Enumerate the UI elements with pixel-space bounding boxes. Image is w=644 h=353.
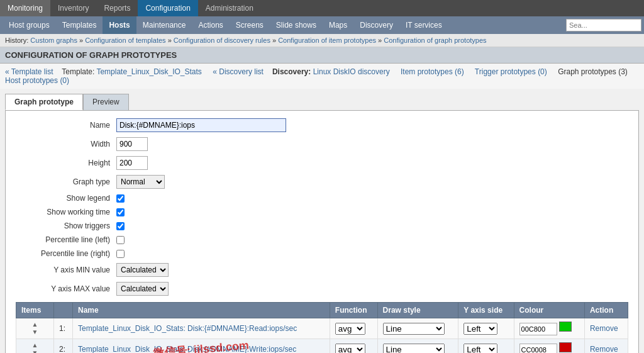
- breadcrumb-config-graphs[interactable]: Configuration of graph prototypes: [384, 36, 486, 44]
- breadcrumb-config-discovery[interactable]: Configuration of discovery rules: [174, 36, 270, 44]
- name-label: Name: [16, 121, 116, 130]
- col-colour: Colour: [514, 303, 584, 318]
- row1-remove-link[interactable]: Remove: [590, 324, 618, 333]
- second-navigation: Host groups Templates Hosts Maintenance …: [0, 16, 644, 34]
- height-input[interactable]: [116, 156, 148, 170]
- nav-inventory[interactable]: Inventory: [50, 0, 96, 16]
- yaxis-min-value: Calculated Fixed Item: [116, 263, 169, 277]
- breadcrumb-config-templates[interactable]: Configuration of templates: [85, 36, 165, 44]
- row2-function: avg min max all last: [330, 339, 377, 354]
- percentile-left-row: Percentile line (left): [16, 235, 628, 244]
- col-move: [54, 303, 73, 318]
- host-prototypes-link[interactable]: Host prototypes (0): [5, 76, 69, 85]
- width-value: [116, 137, 148, 151]
- row1-function: avg min max all last: [330, 318, 377, 339]
- row1-y-axis-select[interactable]: Left Right: [464, 323, 497, 335]
- yaxis-min-row: Y axis MIN value Calculated Fixed Item: [16, 263, 628, 277]
- nav-monitoring[interactable]: Monitoring: [0, 0, 50, 16]
- yaxis-min-select[interactable]: Calculated Fixed Item: [116, 263, 169, 277]
- move-arrows-2: ▲ ▼: [21, 342, 48, 353]
- row1-num: 1:: [54, 318, 73, 339]
- nav-slide-shows[interactable]: Slide shows: [270, 16, 323, 34]
- table-row: ▲ ▼ 1: Template_Linux_Disk_IO_Stats: Dis…: [16, 318, 628, 339]
- nav-maps[interactable]: Maps: [323, 16, 353, 34]
- move-up-btn-2[interactable]: ▲: [32, 342, 38, 349]
- discovery-name-link[interactable]: Linux DiskIO discovery: [313, 67, 390, 76]
- nav-discovery[interactable]: Discovery: [353, 16, 399, 34]
- width-label: Width: [16, 140, 116, 148]
- nav-templates[interactable]: Templates: [56, 16, 103, 34]
- row1-colour-input[interactable]: [519, 323, 557, 335]
- breadcrumb: History: Custom graphs » Configuration o…: [0, 34, 644, 47]
- row2-y-axis: Left Right: [458, 339, 514, 354]
- percentile-right-row: Percentile line (right): [16, 249, 628, 258]
- row2-colour-input[interactable]: [519, 344, 557, 353]
- tab-preview[interactable]: Preview: [83, 94, 129, 110]
- row1-colour-swatch[interactable]: [559, 322, 572, 332]
- percentile-left-label: Percentile line (left): [16, 235, 116, 244]
- search-input[interactable]: [566, 19, 641, 31]
- row2-name-link[interactable]: Template_Linux_Disk_IO_Stats: Disk:{#DMN…: [78, 345, 296, 353]
- width-row: Width: [16, 137, 628, 151]
- show-triggers-checkbox[interactable]: [116, 222, 125, 230]
- nav-hosts[interactable]: Hosts: [103, 16, 136, 34]
- graph-prototypes-text: Graph prototypes (3): [558, 67, 628, 76]
- show-working-time-checkbox[interactable]: [116, 208, 125, 216]
- show-legend-checkbox[interactable]: [116, 194, 125, 203]
- show-triggers-row: Show triggers: [16, 221, 628, 230]
- nav-actions[interactable]: Actions: [192, 16, 229, 34]
- nav-administration[interactable]: Administration: [198, 0, 261, 16]
- links-area: « Template list Template: Template_Linux…: [0, 64, 644, 89]
- row2-draw-style-select[interactable]: Line Filled region Bold line Dot Dashed …: [383, 344, 445, 354]
- graph-type-label: Graph type: [16, 177, 116, 186]
- show-working-time-row: Show working time: [16, 208, 628, 216]
- nav-host-groups[interactable]: Host groups: [3, 16, 56, 34]
- nav-reports[interactable]: Reports: [96, 0, 138, 16]
- name-value: [116, 118, 286, 132]
- width-input[interactable]: [116, 137, 148, 151]
- nav-screens[interactable]: Screens: [230, 16, 270, 34]
- top-navigation: Monitoring Inventory Reports Configurati…: [0, 0, 644, 16]
- row1-name-link[interactable]: Template_Linux_Disk_IO_Stats: Disk:{#DMN…: [78, 324, 297, 333]
- percentile-right-label: Percentile line (right): [16, 249, 116, 258]
- move-down-btn-1[interactable]: ▼: [32, 328, 38, 336]
- row1-draw-style-select[interactable]: Line Filled region Bold line Dot Dashed …: [383, 323, 445, 335]
- percentile-left-value: [116, 236, 125, 244]
- move-down-btn-2[interactable]: ▼: [32, 349, 38, 353]
- breadcrumb-custom-graphs[interactable]: Custom graphs: [30, 36, 77, 44]
- move-up-btn-1[interactable]: ▲: [32, 321, 38, 328]
- row1-action: Remove: [584, 318, 628, 339]
- breadcrumb-config-items[interactable]: Configuration of item prototypes: [278, 36, 376, 44]
- tab-graph-prototype[interactable]: Graph prototype: [5, 94, 83, 110]
- yaxis-max-select[interactable]: Calculated Fixed Item: [116, 282, 169, 296]
- template-name-link[interactable]: Template_Linux_Disk_IO_Stats: [96, 67, 201, 76]
- discovery-list-link[interactable]: « Discovery list: [213, 67, 264, 76]
- move-arrows-1: ▲ ▼: [21, 321, 48, 336]
- col-action: Action: [584, 303, 628, 318]
- tabs: Graph prototype Preview: [5, 94, 639, 110]
- nav-it-services[interactable]: IT services: [399, 16, 448, 34]
- search-area: [566, 19, 641, 31]
- row2-colour-swatch[interactable]: [559, 342, 572, 352]
- percentile-left-checkbox[interactable]: [116, 236, 125, 244]
- template-list-link[interactable]: « Template list: [5, 67, 53, 76]
- item-prototypes-link[interactable]: Item prototypes (6): [401, 67, 464, 76]
- row2-function-select[interactable]: avg min max all last: [335, 344, 365, 354]
- row2-move: ▲ ▼: [16, 339, 54, 354]
- show-working-time-value: [116, 208, 125, 216]
- trigger-prototypes-link[interactable]: Trigger prototypes (0): [475, 67, 547, 76]
- graph-type-select[interactable]: Normal Stacked Pie Exploded: [116, 175, 165, 189]
- nav-configuration[interactable]: Configuration: [138, 0, 197, 16]
- height-row: Height: [16, 156, 628, 170]
- row2-y-axis-select[interactable]: Left Right: [464, 344, 497, 354]
- percentile-right-checkbox[interactable]: [116, 250, 125, 258]
- name-input[interactable]: [116, 118, 286, 132]
- show-legend-value: [116, 194, 125, 203]
- row1-draw-style: Line Filled region Bold line Dot Dashed …: [377, 318, 458, 339]
- row2-remove-link[interactable]: Remove: [590, 345, 618, 353]
- nav-maintenance[interactable]: Maintenance: [136, 16, 192, 34]
- table-row: ▲ ▼ 2: Template_Linux_Disk_IO_Stats: Dis…: [16, 339, 628, 354]
- col-function: Function: [330, 303, 377, 318]
- row1-function-select[interactable]: avg min max all last: [335, 323, 365, 335]
- breadcrumb-text: History: Custom graphs » Configuration o…: [5, 36, 487, 44]
